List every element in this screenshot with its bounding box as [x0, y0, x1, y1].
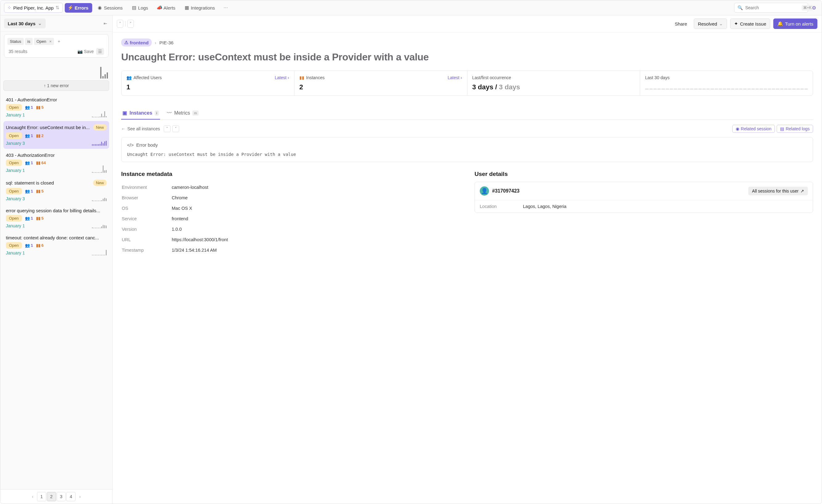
error-item-title: error querying session data for billing …	[6, 208, 100, 213]
error-list-item[interactable]: error querying session data for billing …	[3, 205, 109, 231]
plus-sparkle-icon: ✦	[734, 21, 738, 26]
error-item-date: January 3	[6, 141, 107, 146]
chevron-down-icon: ⌄	[38, 21, 42, 26]
status-badge: Open	[6, 215, 22, 222]
bolt-icon: ⚡	[68, 6, 73, 10]
nav-alerts[interactable]: 📣 Alerts	[153, 3, 179, 13]
nav-more[interactable]: ⋯	[221, 3, 231, 12]
instance-next[interactable]: ˅	[172, 125, 179, 132]
status-badge: Open	[6, 104, 22, 111]
page-4[interactable]: 4	[66, 492, 75, 501]
breadcrumb-id: PIE-36	[159, 40, 173, 45]
instances-count: ▮▮5	[36, 216, 43, 221]
filter-chip-status-op[interactable]: is	[25, 38, 33, 45]
error-item-sparkline	[92, 165, 107, 173]
error-list-item[interactable]: sql: statement is closed New Open 👥1 ▮▮5…	[3, 177, 109, 204]
nav-errors-label: Errors	[75, 5, 88, 10]
status-badge: Open	[6, 242, 22, 249]
instances-count: ▮▮64	[36, 161, 46, 165]
user-location-key: Location	[480, 204, 523, 209]
save-query-button[interactable]: 📷 Save	[77, 49, 94, 54]
breadcrumb-service[interactable]: ⚠ frontend	[121, 39, 152, 47]
users-count: 👥1	[25, 216, 33, 221]
error-item-title: 401 - AuthenticationError	[6, 97, 57, 102]
search-icon: 🔍	[738, 5, 743, 10]
date-range-selector[interactable]: Last 30 days ⌄	[4, 18, 46, 28]
status-badge: Open	[6, 160, 22, 166]
turn-on-alerts-button[interactable]: 🔔 Turn on alerts	[773, 18, 817, 29]
metadata-value: Chrome	[172, 193, 459, 203]
status-dropdown[interactable]: Resolved ⌄	[694, 18, 727, 29]
page-2[interactable]: 2	[47, 492, 56, 501]
users-icon: 👥	[25, 133, 30, 138]
metadata-row: URLhttps://localhost:3000/1/front	[122, 235, 459, 245]
error-list-item[interactable]: 403 - AuthorizationError Open 👥1 ▮▮64 Ja…	[3, 149, 109, 176]
share-button[interactable]: Share	[671, 19, 691, 29]
prev-error-button[interactable]: ˄	[117, 20, 123, 28]
nav-integrations-label: Integrations	[191, 5, 215, 10]
stat-range-sparkline: Last 30 days	[640, 71, 813, 96]
filter-chip-status-val[interactable]: Open ×	[34, 38, 54, 45]
error-item-title: timeout: context already done: context c…	[6, 235, 99, 240]
search-box[interactable]: 🔍 ⌘+K	[734, 3, 808, 13]
next-error-button[interactable]: ˅	[127, 20, 134, 28]
nav-logs-label: Logs	[138, 5, 148, 10]
user-id: #317097423	[492, 188, 519, 194]
remove-filter-icon[interactable]: ×	[49, 39, 52, 44]
users-count: 👥1	[25, 105, 33, 110]
new-error-banner[interactable]: ↑ 1 new error	[3, 80, 109, 91]
error-item-sparkline	[92, 111, 107, 117]
new-badge: New	[93, 180, 107, 186]
nav-sessions[interactable]: ◉ Sessions	[94, 3, 126, 13]
related-session-button[interactable]: ◉ Related session	[732, 125, 775, 133]
instances-count: ▮▮2	[36, 133, 43, 138]
project-selector[interactable]: ⁘ Pied Piper, Inc. App ⇅	[4, 3, 63, 13]
nav-integrations[interactable]: ▦ Integrations	[181, 3, 219, 13]
related-logs-button[interactable]: ▤ Related logs	[777, 125, 813, 133]
page-prev[interactable]: ‹	[29, 492, 36, 501]
page-next[interactable]: ›	[76, 492, 84, 501]
settings-button[interactable]: ⚙	[810, 3, 818, 13]
error-list-item[interactable]: 401 - AuthenticationError Open 👥1 ▮▮5 Ja…	[3, 94, 109, 120]
user-location-value: Lagos, Lagos, Nigeria	[523, 204, 566, 209]
collapse-sidebar-button[interactable]: ⇤	[102, 20, 108, 27]
create-issue-button[interactable]: ✦ Create Issue	[730, 18, 770, 29]
new-badge: New	[93, 124, 107, 131]
instances-latest-link[interactable]: Latest ›	[448, 75, 462, 80]
add-filter-button[interactable]: +	[55, 38, 63, 45]
users-icon: 👥	[25, 216, 30, 221]
error-item-title: sql: statement is closed	[6, 180, 54, 185]
occurrence-value: 3 days / 3 days	[472, 83, 635, 91]
filter-bar: Status is Open × + 35 results 📷 Save	[4, 34, 108, 58]
error-item-title: Uncaught Error: useContext must be in...	[6, 125, 90, 130]
metadata-value: Mac OS X	[172, 203, 459, 213]
sidebar-sparkline	[3, 61, 110, 79]
avatar: 👤	[480, 186, 489, 196]
warning-icon: ⚠	[124, 40, 128, 45]
nav-sessions-label: Sessions	[104, 5, 123, 10]
page-3[interactable]: 3	[57, 492, 66, 501]
paginator: ‹ 1 2 3 4 ›	[0, 489, 112, 504]
tab-instances[interactable]: ▣ Instances i	[121, 107, 160, 120]
affected-users-latest-link[interactable]: Latest ›	[275, 75, 289, 80]
chevron-right-icon: ›	[155, 40, 156, 45]
users-count: 👥1	[25, 133, 33, 138]
user-card: 👤 #317097423 All sessions for this user …	[474, 182, 813, 213]
page-1[interactable]: 1	[37, 492, 46, 501]
search-input[interactable]	[745, 5, 799, 10]
nav-errors[interactable]: ⚡ Errors	[65, 3, 92, 13]
error-list-item[interactable]: timeout: context already done: context c…	[3, 232, 109, 258]
instance-prev[interactable]: ˄	[164, 125, 170, 132]
metadata-key: Environment	[122, 182, 171, 192]
error-list-item[interactable]: Uncaught Error: useContext must be in...…	[3, 121, 109, 149]
metadata-key: Browser	[122, 193, 171, 203]
camera-icon: 📷	[77, 49, 83, 54]
see-all-instances-link[interactable]: ← See all instances	[121, 126, 160, 131]
filter-chip-status-key[interactable]: Status	[7, 38, 24, 45]
error-item-date: January 1	[6, 168, 107, 173]
users-icon: 👥	[126, 75, 132, 80]
nav-logs[interactable]: ▤ Logs	[128, 3, 152, 13]
layers-button[interactable]: ☰	[96, 48, 104, 55]
tab-metrics[interactable]: 〰 Metrics m	[165, 107, 200, 120]
all-sessions-button[interactable]: All sessions for this user ↗	[748, 187, 808, 195]
